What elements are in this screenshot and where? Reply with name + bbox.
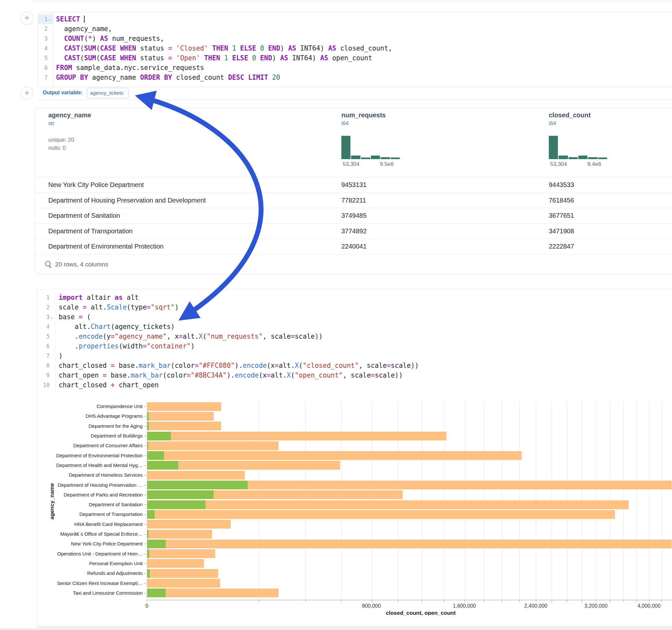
- line-number: 6: [38, 63, 48, 73]
- histogram-bar: [558, 155, 568, 159]
- y-axis-label: Department of Environmental Protection: [37, 453, 143, 459]
- code-token: base: [59, 313, 79, 321]
- output-variable-chip[interactable]: agency_tickets: [87, 88, 129, 98]
- code-token: CAST: [64, 54, 80, 62]
- add-cell-button-top[interactable]: +: [20, 12, 33, 25]
- add-cell-button-middle[interactable]: +: [20, 87, 33, 100]
- bar-closed-count: [147, 500, 628, 509]
- bar-closed-count: [147, 569, 218, 578]
- code-token: *: [88, 35, 92, 43]
- code-token: CASE: [100, 44, 116, 52]
- table-row: Department of Transportation377489234719…: [35, 223, 672, 239]
- y-axis-tick: [144, 534, 146, 534]
- column-header-closed-count[interactable]: closed_count: [549, 112, 591, 119]
- code-line: 10chart_closed + chart_open: [37, 380, 672, 390]
- code-token: "sqrt": [151, 303, 175, 311]
- code-token: ): [59, 352, 63, 360]
- histogram-bar: [549, 136, 558, 159]
- bar-open-count: [147, 461, 178, 469]
- column-unique-count: unique: 20: [48, 137, 74, 143]
- line-number: 4: [38, 43, 48, 53]
- code-line: 5 CAST(SUM(CASE WHEN status = 'Open' THE…: [38, 53, 672, 63]
- column-header-agency-name[interactable]: agency_name: [48, 112, 91, 119]
- y-axis-label: New York City Police Department: [37, 541, 143, 547]
- code-token: [208, 44, 212, 52]
- code-token: 0: [260, 44, 264, 52]
- sql-editor[interactable]: 1⌄SELECT 2 agency_name,3 COUNT(*) AS num…: [38, 12, 672, 87]
- code-text: chart_closed + chart_open: [59, 380, 159, 390]
- code-token: AS: [280, 54, 288, 62]
- code-token: alt: [123, 294, 139, 301]
- code-token: SUM: [84, 54, 96, 62]
- x-axis-label: 1,600,000: [442, 603, 487, 609]
- code-token: [264, 44, 268, 52]
- y-axis-label: Operations Unit - Department of Hom…: [37, 551, 143, 557]
- table-row: Department of Sanitation37494853677651: [35, 208, 672, 224]
- code-token: "#FFC080": [199, 362, 235, 369]
- bar-closed-count: [147, 520, 231, 529]
- fold-chevron-icon[interactable]: ⌄: [48, 14, 51, 24]
- search-icon[interactable]: [45, 261, 51, 266]
- code-token: WHEN: [120, 54, 136, 62]
- bar-open-count: [147, 451, 164, 460]
- code-token: BY: [80, 74, 88, 81]
- code-token: , scale: [359, 362, 387, 369]
- code-token: (: [83, 313, 91, 321]
- bar-closed-count: [147, 559, 204, 568]
- line-number: 9: [37, 370, 50, 380]
- code-token: AS: [328, 44, 336, 52]
- code-token: =: [147, 303, 151, 311]
- code-token: =: [371, 371, 375, 379]
- y-axis-label: Department of Housing Preservation …: [37, 482, 143, 488]
- code-token: SELECT: [56, 15, 80, 23]
- code-token: (: [80, 54, 84, 62]
- code-token: CASE: [100, 54, 116, 62]
- code-token: (y: [103, 333, 111, 340]
- code-token: (: [202, 333, 207, 340]
- code-token: 20: [272, 74, 281, 81]
- code-token: Chart: [91, 323, 111, 331]
- bar-open-count: [147, 432, 171, 440]
- code-token: , scale: [343, 371, 370, 379]
- line-number: 1: [37, 293, 50, 302]
- histogram-max-label: 9.4e6: [581, 161, 607, 168]
- x-axis-tick: [661, 600, 662, 602]
- code-token: "open_count": [295, 371, 343, 379]
- line-number: 4: [37, 322, 50, 332]
- code-token: scale)): [391, 362, 419, 369]
- code-token: 0: [252, 54, 256, 62]
- histogram-bar: [569, 157, 578, 159]
- x-axis-tick: [552, 600, 552, 602]
- x-axis-label: 2,400,000: [513, 603, 558, 609]
- code-token: agency_name: [88, 74, 140, 81]
- histogram-bar: [381, 157, 390, 159]
- code-token: [116, 54, 120, 62]
- bar-closed-count: [147, 579, 220, 587]
- cell-num-requests: 3774892: [341, 224, 367, 239]
- cell-num-requests: 3749485: [341, 208, 367, 224]
- cell-closed-count: 3471908: [549, 224, 574, 239]
- x-axis-title: closed_count, open_count: [372, 610, 470, 615]
- code-token: ).: [226, 371, 235, 379]
- x-axis-label: 4,000,000: [626, 603, 672, 609]
- code-line: 7GROUP BY agency_name ORDER BY closed_co…: [38, 73, 672, 82]
- code-token: Scale: [107, 303, 127, 311]
- code-token: scale)): [375, 371, 403, 379]
- code-token: CAST: [64, 44, 80, 52]
- code-line: 8chart_closed = base.mark_bar(color="#FF…: [37, 361, 672, 370]
- y-axis-label: Senior Citizen Rent Increase Exempti…: [37, 580, 143, 586]
- column-header-num-requests[interactable]: num_requests: [341, 112, 386, 119]
- code-token: ELSE: [232, 54, 248, 62]
- python-cell[interactable]: 1import altair as alt2scale = alt.Scale(…: [36, 289, 672, 626]
- y-axis-tick: [144, 456, 146, 456]
- code-token: altair: [83, 294, 115, 301]
- code-text: CAST(SUM(CASE WHEN status = 'Open' THEN …: [56, 53, 372, 63]
- code-token: 1: [224, 54, 228, 62]
- fold-chevron-icon[interactable]: ⌄: [51, 312, 53, 322]
- cell-closed-count: 2222847: [549, 239, 574, 255]
- cell-agency-name: Department of Environmental Protection: [48, 239, 164, 255]
- bar-closed-count: [147, 451, 522, 460]
- bar-closed-count: [147, 471, 245, 480]
- bar-closed-count: [147, 549, 215, 558]
- code-token: ): [175, 303, 178, 311]
